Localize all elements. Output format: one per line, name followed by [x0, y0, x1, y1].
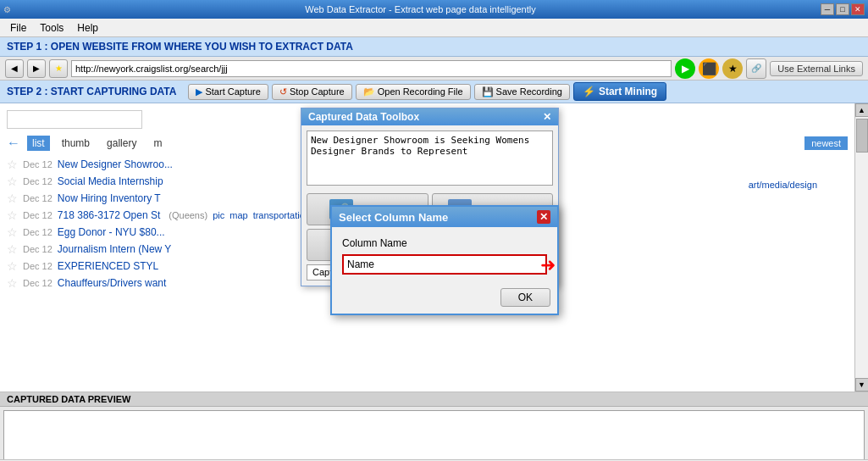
toolbox-content-textarea[interactable] [307, 131, 553, 186]
star-gold-button[interactable]: ★ [722, 58, 743, 79]
menu-file[interactable]: File [3, 20, 33, 36]
nav-list[interactable]: list [27, 136, 50, 151]
minimize-button[interactable]: ─ [821, 3, 834, 15]
toolbox-title-label: Captured Data Toolbox [308, 111, 419, 123]
star-icon[interactable]: ☆ [7, 175, 18, 188]
menu-tools[interactable]: Tools [33, 20, 70, 36]
star-icon[interactable]: ☆ [7, 276, 18, 290]
star-icon[interactable]: ☆ [7, 192, 18, 205]
stop-capture-button[interactable]: ↺ Stop Capture [272, 84, 352, 100]
listing-link[interactable]: Social Media Internship [58, 175, 163, 187]
start-capture-button[interactable]: ▶ Start Capture [188, 84, 268, 100]
close-button[interactable]: ✕ [851, 3, 865, 15]
vertical-scrollbar: ▲ ▼ [854, 103, 868, 392]
newest-badge: newest [804, 136, 848, 150]
preview-content [3, 410, 865, 461]
content-area: ← list thumb gallery m newest ☆ Dec 12 N… [0, 103, 868, 392]
column-dialog-close-button[interactable]: ✕ [537, 210, 550, 224]
nav-thumb[interactable]: thumb [57, 136, 95, 151]
title-bar: ⚙ Web Data Extractor - Extract web page … [0, 0, 868, 19]
scroll-thumb[interactable] [856, 119, 868, 153]
listing-link[interactable]: Egg Donor - NYU $80... [58, 226, 165, 238]
scroll-up-arrow[interactable]: ▲ [855, 103, 869, 117]
star-icon[interactable]: ☆ [7, 158, 18, 171]
favorites-button[interactable]: ★ [49, 59, 68, 78]
save-recording-button[interactable]: 💾 Save Recording [474, 84, 570, 100]
preview-section: CAPTURED DATA PREVIEW [0, 392, 868, 459]
link-button[interactable]: 🔗 [746, 58, 766, 79]
listing-link[interactable]: EXPERIENCED STYL [58, 260, 158, 272]
nav-gallery[interactable]: gallery [102, 136, 141, 151]
url-input[interactable] [71, 60, 672, 77]
step2-bar: STEP 2 : START CAPTURING DATA ▶ Start Ca… [0, 81, 868, 103]
star-icon[interactable]: ☆ [7, 242, 18, 256]
toolbox-title-bar: Captured Data Toolbox ✕ [301, 108, 558, 125]
column-dialog-title-bar: Select Column Name ✕ [332, 207, 557, 227]
art-media-link[interactable]: art/media/design [749, 180, 817, 190]
step2-label: STEP 2 : START CAPTURING DATA [7, 86, 176, 97]
maximize-button[interactable]: □ [836, 3, 849, 15]
url-bar: ◀ ▶ ★ ▶ ⬛ ★ 🔗 Use External Links [0, 57, 868, 81]
side-category-link: art/media/design [749, 180, 817, 190]
pic-link[interactable]: pic [213, 210, 224, 220]
red-arrow-indicator: ➜ [540, 254, 556, 276]
step1-label: STEP 1 : OPEN WEBSITE FROM WHERE YOU WIS… [7, 41, 353, 53]
column-name-dialog: Select Column Name ✕ Column Name ➜ OK [330, 205, 559, 315]
menu-help[interactable]: Help [70, 20, 105, 36]
open-recording-button[interactable]: 📂 Open Recording File [356, 84, 471, 100]
start-mining-button[interactable]: ⚡ Start Mining [573, 82, 666, 101]
listing-link[interactable]: Chauffeurs/Drivers want [58, 277, 167, 289]
scroll-down-arrow[interactable]: ▼ [855, 378, 869, 392]
column-name-input[interactable] [342, 254, 547, 275]
ok-button[interactable]: OK [500, 288, 550, 307]
search-input[interactable] [7, 110, 142, 129]
start-capture-icon: ▶ [196, 86, 202, 97]
star-icon[interactable]: ☆ [7, 259, 18, 273]
listing-link[interactable]: New Designer Showroo... [58, 158, 173, 170]
star-orange-button[interactable]: ⬛ [699, 58, 719, 79]
stop-capture-icon: ↺ [279, 86, 287, 97]
play-button[interactable]: ▶ [675, 58, 695, 79]
menu-bar: File Tools Help [0, 19, 868, 37]
mining-icon: ⚡ [583, 86, 595, 97]
save-icon: 💾 [482, 86, 494, 97]
listing-link[interactable]: Now Hiring Inventory T [58, 192, 161, 204]
column-dialog-body: Column Name ➜ [332, 227, 557, 285]
external-links-button[interactable]: Use External Links [770, 61, 863, 76]
map-link[interactable]: map [229, 210, 247, 220]
preview-title: CAPTURED DATA PREVIEW [0, 392, 868, 407]
nav-back-arrow[interactable]: ← [7, 136, 20, 151]
window-controls: ─ □ ✕ [821, 3, 865, 15]
column-name-label: Column Name [342, 237, 547, 249]
open-file-icon: 📂 [363, 86, 375, 97]
listing-link[interactable]: Journalism Intern (New Y [58, 243, 172, 255]
queens-text: (Queens) [169, 210, 207, 220]
toolbox-close-button[interactable]: ✕ [543, 111, 551, 123]
column-dialog-footer: OK [332, 285, 557, 314]
star-icon[interactable]: ☆ [7, 208, 18, 222]
star-icon[interactable]: ☆ [7, 225, 18, 239]
window-title: Web Data Extractor - Extract web page da… [20, 4, 821, 14]
step1-bar: STEP 1 : OPEN WEBSITE FROM WHERE YOU WIS… [0, 37, 868, 57]
listing-link[interactable]: 718 386-3172 Open St [58, 209, 160, 221]
column-dialog-title-label: Select Column Name [339, 211, 448, 224]
url-actions: ▶ ⬛ ★ 🔗 Use External Links [675, 58, 863, 79]
app-icon: ⚙ [3, 5, 20, 14]
back-button[interactable]: ◀ [5, 59, 24, 78]
forward-button[interactable]: ▶ [27, 59, 46, 78]
nav-m[interactable]: m [148, 136, 167, 151]
